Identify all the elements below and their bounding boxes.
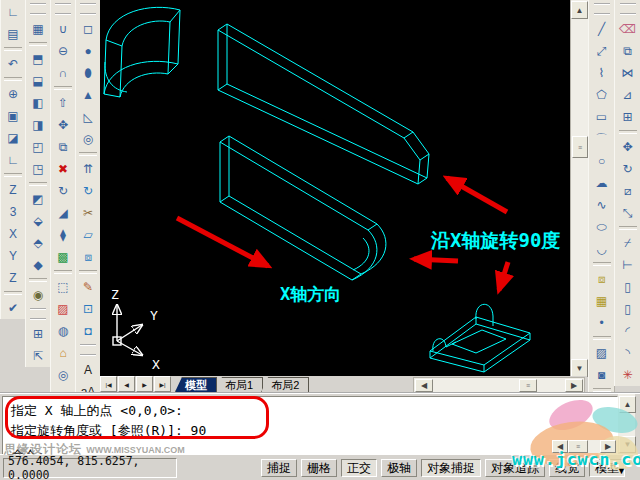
solid-cylinder-button[interactable]: ⬮ <box>76 62 100 84</box>
ellipse-button[interactable]: ⬭ <box>590 216 614 238</box>
toolbar-grip[interactable] <box>55 3 71 15</box>
insert-block-button[interactable]: ⧈ <box>590 268 614 290</box>
curved-shell-wireframe[interactable] <box>104 7 180 97</box>
make-block-button[interactable]: ▦ <box>590 290 614 312</box>
intersect-button[interactable]: ∩ <box>51 62 75 84</box>
named-views-button[interactable]: ▦ <box>26 18 50 40</box>
offset-button[interactable]: ⊿ <box>616 84 640 106</box>
tab-layout2[interactable]: 布局2 <box>261 377 309 392</box>
extrude-button[interactable]: ⇈ <box>76 158 100 180</box>
ucs-named-button[interactable]: ▤ <box>1 23 25 45</box>
status-toggle-grid[interactable]: 栅格 <box>301 459 337 477</box>
fillet-button[interactable]: ◝ <box>616 342 640 364</box>
rotate-button[interactable]: ↻ <box>616 158 640 180</box>
hatch-button[interactable]: ▨ <box>590 342 614 364</box>
text-style-button[interactable]: A <box>76 359 100 381</box>
color-faces-button[interactable]: ▩ <box>51 246 75 268</box>
section-button[interactable]: ▱ <box>76 224 100 246</box>
canvas-horizontal-scrollbar[interactable]: ◀ ≡ ▶ <box>413 377 585 393</box>
ucs-move-origin-button[interactable]: ⇱ <box>26 345 50 367</box>
solid-wedge-button[interactable]: ◺ <box>76 106 100 128</box>
view-front-button[interactable]: ◰ <box>26 136 50 158</box>
array-button[interactable]: ⊞ <box>616 106 640 128</box>
scroll-up-button[interactable]: ▲ <box>571 1 588 19</box>
toolbar-grip[interactable] <box>594 3 610 15</box>
revision-cloud-button[interactable]: ☁ <box>590 172 614 194</box>
toolbar-grip[interactable] <box>620 3 636 15</box>
ucs-rotate-z-button[interactable]: Z <box>1 267 25 289</box>
view-right-button[interactable]: ◨ <box>26 114 50 136</box>
taper-faces-button[interactable]: ◢ <box>51 202 75 224</box>
line-button[interactable]: ╱ <box>590 18 614 40</box>
move-button[interactable]: ✥ <box>616 136 640 158</box>
toolbar-grip[interactable] <box>80 3 96 15</box>
union-button[interactable]: ∪ <box>51 18 75 40</box>
canvas-vertical-scrollbar[interactable] <box>570 0 588 376</box>
view-ne-isometric-button[interactable]: ⬘ <box>26 232 50 254</box>
ucs-apply-button[interactable]: ✔ <box>1 297 25 319</box>
view-top-button[interactable]: ⬒ <box>26 48 50 70</box>
view-left-button[interactable]: ◧ <box>26 92 50 114</box>
ucs-rotate-y-button[interactable]: Y <box>1 245 25 267</box>
trim-button[interactable]: ⌿ <box>616 232 640 254</box>
tab-nav-next[interactable]: ▶ <box>136 376 153 392</box>
drawing-canvas[interactable]: X轴方向 沿X轴旋转90度 Z Y X <box>100 0 570 376</box>
subtract-button[interactable]: ⊖ <box>51 40 75 62</box>
region-button[interactable]: ◙ <box>590 364 614 386</box>
explode-button[interactable]: ✳ <box>616 364 640 386</box>
delete-faces-button[interactable]: ✖ <box>51 158 75 180</box>
rotate-faces-button[interactable]: ↻ <box>51 180 75 202</box>
ucs-world-button[interactable]: ⊕ <box>1 83 25 105</box>
solid-sphere-button[interactable]: ● <box>76 40 100 62</box>
vertical-scroll-thumb[interactable]: ≡ <box>572 136 588 158</box>
stretch-button[interactable]: ⤡ <box>616 202 640 224</box>
camera-button[interactable]: ◉ <box>26 284 50 306</box>
status-toggle-osnap[interactable]: 对象捕捉 <box>421 459 481 477</box>
spline-button[interactable]: ∿ <box>590 194 614 216</box>
arc-button[interactable]: ⌒ <box>590 128 614 150</box>
copy-object-button[interactable]: ⧉ <box>616 40 640 62</box>
horizontal-scroll-thumb[interactable]: ≡ <box>519 379 537 392</box>
scale-button[interactable]: ⧄ <box>616 180 640 202</box>
toolbar-grip[interactable] <box>30 308 46 320</box>
color-edges-button[interactable]: ▨ <box>51 298 75 320</box>
scroll-down-button[interactable]: ▼ <box>571 359 588 377</box>
extend-button[interactable]: ⊢ <box>616 254 640 276</box>
copy-faces-button[interactable]: ⧫ <box>51 224 75 246</box>
solids-check-button[interactable]: ⊡ <box>76 298 100 320</box>
break-button[interactable]: ▯ <box>616 298 640 320</box>
move-faces-button[interactable]: ✥ <box>51 114 75 136</box>
erase-button[interactable]: ⌫ <box>616 18 640 40</box>
clean-button[interactable]: ⌂ <box>51 342 75 364</box>
construction-line-button[interactable]: ⤢ <box>590 40 614 62</box>
ucs-object-button[interactable]: ▣ <box>1 105 25 127</box>
tab-nav-first[interactable]: |◀ <box>100 376 117 392</box>
solid-cone-button[interactable]: ▲ <box>76 84 100 106</box>
toolbar-grip[interactable] <box>80 344 96 356</box>
ucs-face-button[interactable]: ◪ <box>1 127 25 149</box>
interfere-button[interactable]: ⧈ <box>76 246 100 268</box>
rotated-part-wireframe[interactable] <box>430 304 530 372</box>
revolve-button[interactable]: ↻ <box>76 180 100 202</box>
ucs-3-point-button[interactable]: 3 <box>1 201 25 223</box>
scroll-right-button[interactable]: ▶ <box>565 379 583 392</box>
tab-layout1[interactable]: 布局1 <box>215 377 263 392</box>
view-sw-isometric-button[interactable]: ◩ <box>26 188 50 210</box>
view-nw-isometric-button[interactable]: ◆ <box>26 254 50 276</box>
imprint-button[interactable]: ◍ <box>51 320 75 342</box>
solid-box-button[interactable]: ◻ <box>76 18 100 40</box>
view-back-button[interactable]: ◳ <box>26 158 50 180</box>
tab-model[interactable]: 模型 <box>175 377 217 392</box>
separate-solids-button[interactable]: ◎ <box>51 364 75 386</box>
status-toggle-polar[interactable]: 极轴 <box>381 459 417 477</box>
copy-edges-button[interactable]: ⬚ <box>51 276 75 298</box>
ucs-button[interactable]: ∟ <box>1 1 25 23</box>
mirror-button[interactable]: ⋈ <box>616 62 640 84</box>
solids-edit-button[interactable]: ✎ <box>76 276 100 298</box>
ucs-rotate-x-button[interactable]: X <box>1 223 25 245</box>
point-button[interactable]: • <box>590 312 614 334</box>
status-toggle-snap[interactable]: 捕捉 <box>261 459 297 477</box>
status-toggle-ortho[interactable]: 正交 <box>341 459 377 477</box>
slice-button[interactable]: ✂ <box>76 202 100 224</box>
chamfer-button[interactable]: ◜ <box>616 320 640 342</box>
